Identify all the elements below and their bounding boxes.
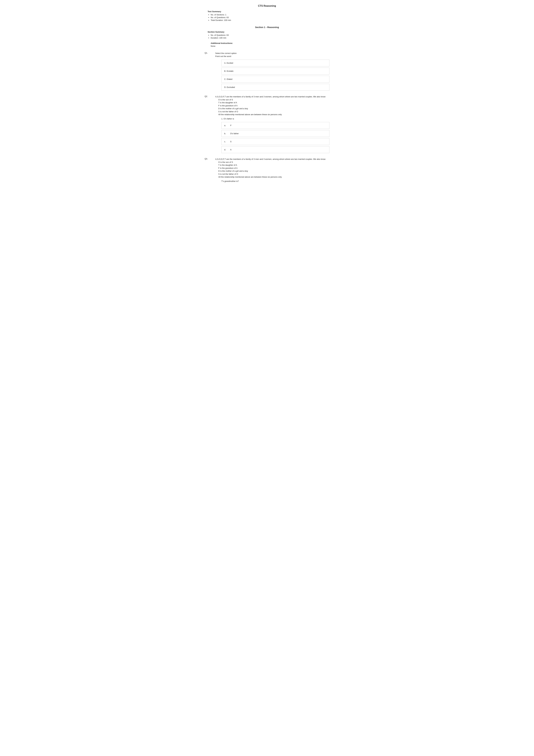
option-1-a[interactable]: A. Excited (221, 60, 329, 67)
question-1-instruction-2: Point out the word (215, 55, 329, 58)
question-3-main-text: A,S,O,D,F,T are the members of a family … (215, 158, 329, 161)
question-3-number: Q3. (205, 158, 211, 183)
question-3-row: Q3. A,S,O,D,F,T are the members of a fam… (205, 158, 329, 183)
option-1-d[interactable]: D. Excluded (221, 84, 329, 91)
option-1-b[interactable]: B. Ecstatic (221, 68, 329, 74)
question-1-text: Select the correct option Point out the … (215, 52, 329, 58)
additional-instructions-value: None (211, 45, 329, 47)
q3-subline-1: T is the daughter of A (218, 164, 329, 167)
page-title: CTS Reasoning (205, 5, 329, 7)
question-3: Q3. A,S,O,D,F,T are the members of a fam… (205, 158, 329, 183)
option-2-c-value: S (230, 141, 232, 143)
section-summary-heading: Section Summary (208, 31, 329, 33)
option-2-b-label: b. (224, 132, 226, 135)
question-2-sub-question: 1. O's father is (215, 117, 329, 120)
q2-subline-4: S is not the father of O (218, 110, 329, 113)
additional-instructions: Additional Instructions: None (205, 42, 329, 47)
question-2-text: A,S,O,D,F,T are the members of a family … (215, 95, 329, 120)
question-3-text: A,S,O,D,F,T are the members of a family … (215, 158, 329, 183)
option-2-a[interactable]: a. F (221, 122, 329, 129)
option-2-c[interactable]: c. S (221, 138, 329, 145)
section-summary: Section Summary No. of Questions: 63 Dur… (205, 31, 329, 39)
test-summary-list: No. of Sections: 1 No. of Questions: 63 … (208, 14, 329, 21)
test-summary: Test Summary No. of Sections: 1 No. of Q… (205, 10, 329, 21)
question-2-row: Q2. A,S,O,D,F,T are the members of a fam… (205, 95, 329, 120)
q2-subline-0: O is the son of S (218, 98, 329, 101)
option-2-a-value: F (230, 124, 232, 126)
section-heading: Section 1 - Reasoning (205, 26, 329, 29)
option-1-c[interactable]: C. Elated (221, 76, 329, 83)
q2-subline-5: All the relationship mentioned above are… (218, 113, 329, 116)
option-2-d-label: d. (224, 148, 226, 151)
question-2-options: a. F b. D's father c. S d. A (221, 122, 329, 153)
q2-subline-1: T is the daughter of A (218, 101, 329, 104)
question-1-instruction-1: Select the correct option (215, 52, 329, 55)
question-3-sublines: O is the son of S T is the daughter of A… (215, 161, 329, 178)
option-2-d-value: A (230, 148, 232, 151)
option-2-d[interactable]: d. A (221, 146, 329, 153)
option-2-b-value: D's father (230, 132, 239, 135)
section-summary-item: Duration: 100 min (211, 37, 329, 39)
q2-subline-2: F is the grandson of A (218, 104, 329, 107)
q2-subline-3: D is the mother of a girl and a boy (218, 107, 329, 110)
q3-subline-4: S is not the father of O (218, 173, 329, 176)
question-1: Q1. Select the correct option Point out … (205, 52, 329, 91)
q3-subline-0: O is the son of S (218, 161, 329, 164)
section-summary-list: No. of Questions: 63 Duration: 100 min (208, 34, 329, 39)
q3-subline-3: D is the mother of a girl and a boy (218, 170, 329, 173)
question-1-row: Q1. Select the correct option Point out … (205, 52, 329, 58)
q3-subline-5: All the relationship mentioned above are… (218, 176, 329, 178)
question-2-number: Q2. (205, 95, 211, 120)
question-3-sub-question: T's grandmother is? (215, 180, 329, 183)
option-2-c-label: c. (224, 141, 226, 143)
question-2: Q2. A,S,O,D,F,T are the members of a fam… (205, 95, 329, 153)
additional-instructions-label: Additional Instructions: (211, 42, 329, 44)
question-1-options: A. Excited B. Ecstatic C. Elated D. Excl… (221, 60, 329, 91)
question-1-number: Q1. (205, 52, 211, 58)
question-2-sublines: O is the son of S T is the daughter of A… (215, 98, 329, 116)
section-summary-item: No. of Questions: 63 (211, 34, 329, 36)
question-2-main-text: A,S,O,D,F,T are the members of a family … (215, 95, 329, 98)
test-summary-item: No. of Sections: 1 (211, 14, 329, 16)
test-summary-heading: Test Summary (208, 10, 329, 13)
option-2-a-label: a. (224, 124, 226, 126)
test-summary-item: No. of Questions: 63 (211, 16, 329, 18)
test-summary-item: Total Duration: 100 min (211, 19, 329, 21)
option-2-b[interactable]: b. D's father (221, 130, 329, 137)
q3-subline-2: F is the grandson of A (218, 167, 329, 170)
